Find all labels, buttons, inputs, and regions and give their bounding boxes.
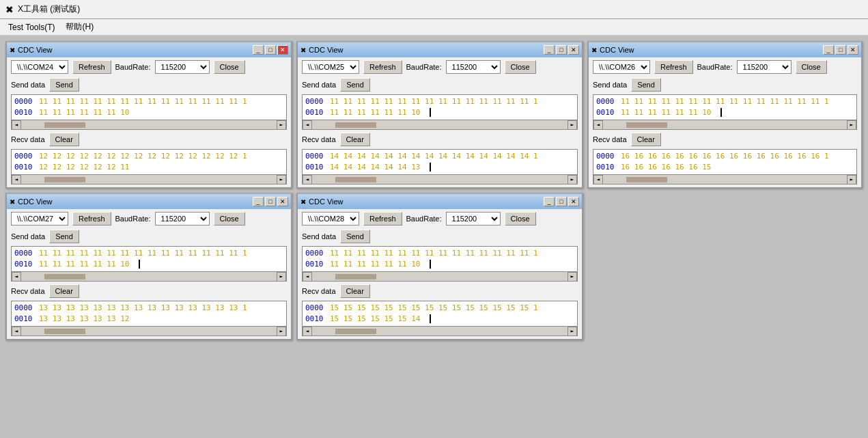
- close-x-btn-1[interactable]: ✕: [277, 45, 288, 55]
- clear-btn-3[interactable]: Clear: [631, 133, 661, 146]
- clear-btn-2[interactable]: Clear: [340, 133, 370, 146]
- scroll-thumb-1[interactable]: [44, 122, 85, 128]
- close-btn-5[interactable]: Close: [505, 212, 536, 225]
- recv-scroll-right-2[interactable]: ►: [568, 175, 577, 184]
- minimize-btn-3[interactable]: _: [823, 45, 834, 55]
- com-select-2[interactable]: \\.\\COM25: [302, 60, 359, 74]
- recv-scroll-thumb-2[interactable]: [335, 177, 376, 182]
- scroll-left-1[interactable]: ◄: [12, 120, 21, 130]
- clear-btn-1[interactable]: Clear: [49, 133, 79, 146]
- send-label-2: Send data: [302, 81, 336, 89]
- com-select-1[interactable]: \\.\\COM24: [11, 60, 68, 74]
- scroll-right-3[interactable]: ►: [847, 120, 856, 130]
- clear-btn-5[interactable]: Clear: [340, 284, 370, 298]
- toolbar-2: \\.\\COM25 Refresh BaudRate: 115200 Clos…: [302, 60, 578, 74]
- recv-scrollbar-2[interactable]: ◄ ►: [303, 174, 577, 184]
- recv-scroll-right-4[interactable]: ►: [277, 327, 286, 336]
- scroll-left-2[interactable]: ◄: [303, 120, 312, 130]
- menu-test-tools[interactable]: Test Tools(T): [3, 21, 60, 33]
- baud-select-3[interactable]: 115200: [737, 60, 792, 74]
- recv-scroll-left-3[interactable]: ◄: [593, 175, 603, 184]
- recv-scroll-track-5: [322, 329, 558, 334]
- scroll-right-2[interactable]: ►: [568, 120, 577, 130]
- scroll-left-3[interactable]: ◄: [593, 120, 603, 130]
- win-controls-2: _ □ ✕: [544, 45, 579, 55]
- close-btn-4[interactable]: Close: [214, 212, 245, 225]
- recv-scroll-thumb-4[interactable]: [44, 329, 85, 334]
- restore-btn-1[interactable]: □: [265, 45, 276, 55]
- com-select-3[interactable]: \\.\\COM26: [593, 60, 650, 74]
- send-btn-2[interactable]: Send: [340, 78, 370, 92]
- recv-row-5: Recv data Clear: [302, 284, 578, 298]
- restore-btn-4[interactable]: □: [265, 197, 276, 206]
- close-btn-3[interactable]: Close: [796, 60, 827, 74]
- recv-scroll-left-4[interactable]: ◄: [12, 327, 21, 336]
- minimize-btn-1[interactable]: _: [253, 45, 264, 55]
- scroll-thumb-4[interactable]: [44, 274, 85, 279]
- scroll-left-5[interactable]: ◄: [303, 272, 312, 282]
- send-btn-5[interactable]: Send: [340, 230, 370, 243]
- recv-scroll-right-5[interactable]: ►: [568, 327, 577, 336]
- minimize-btn-4[interactable]: _: [253, 197, 264, 206]
- refresh-btn-4[interactable]: Refresh: [72, 212, 111, 225]
- send-label-1: Send data: [11, 81, 45, 89]
- recv-scroll-left-5[interactable]: ◄: [303, 327, 312, 336]
- recv-scrollbar-5[interactable]: ◄ ►: [303, 326, 577, 336]
- recv-scroll-thumb-5[interactable]: [335, 329, 376, 334]
- scroll-left-4[interactable]: ◄: [12, 272, 21, 282]
- recv-cursor-5: [425, 314, 431, 323]
- refresh-btn-2[interactable]: Refresh: [363, 60, 402, 74]
- scroll-thumb-2[interactable]: [335, 122, 376, 128]
- com-select-5[interactable]: \\.\\COM28: [302, 212, 359, 225]
- scroll-right-1[interactable]: ►: [277, 120, 286, 130]
- minimize-btn-5[interactable]: _: [544, 197, 555, 206]
- send-label-5: Send data: [302, 232, 336, 241]
- send-scrollbar-2[interactable]: ◄ ►: [303, 120, 577, 129]
- close-x-btn-4[interactable]: ✕: [277, 197, 288, 206]
- refresh-btn-1[interactable]: Refresh: [72, 60, 111, 74]
- baud-select-1[interactable]: 115200: [155, 60, 210, 74]
- restore-btn-5[interactable]: □: [556, 197, 567, 206]
- refresh-btn-5[interactable]: Refresh: [363, 212, 402, 225]
- refresh-btn-3[interactable]: Refresh: [654, 60, 693, 74]
- close-x-btn-5[interactable]: ✕: [568, 197, 579, 206]
- clear-btn-4[interactable]: Clear: [49, 284, 79, 298]
- restore-btn-3[interactable]: □: [835, 45, 846, 55]
- scroll-right-4[interactable]: ►: [277, 272, 286, 282]
- baud-label-1: BaudRate:: [115, 63, 151, 71]
- send-btn-1[interactable]: Send: [49, 78, 79, 92]
- close-btn-1[interactable]: Close: [214, 60, 245, 74]
- recv-scroll-left-1[interactable]: ◄: [12, 175, 21, 184]
- win-controls-3: _ □ ✕: [823, 45, 858, 55]
- baud-select-2[interactable]: 115200: [446, 60, 501, 74]
- recv-scrollbar-4[interactable]: ◄ ►: [12, 326, 286, 336]
- send-scrollbar-4[interactable]: ◄ ►: [12, 271, 286, 281]
- cdc-title-2: CDC View: [309, 46, 344, 54]
- recv-scroll-right-1[interactable]: ►: [277, 175, 286, 184]
- restore-btn-2[interactable]: □: [556, 45, 567, 55]
- send-btn-4[interactable]: Send: [49, 230, 79, 243]
- recv-scroll-right-3[interactable]: ►: [847, 175, 856, 184]
- recv-scroll-thumb-1[interactable]: [44, 177, 85, 182]
- baud-select-4[interactable]: 115200: [155, 212, 210, 225]
- close-btn-2[interactable]: Close: [505, 60, 536, 74]
- recv-scroll-left-2[interactable]: ◄: [303, 175, 312, 184]
- scroll-thumb-5[interactable]: [335, 274, 376, 279]
- baud-select-5[interactable]: 115200: [446, 212, 501, 225]
- win-controls-5: _ □ ✕: [544, 197, 579, 206]
- send-btn-3[interactable]: Send: [631, 78, 661, 92]
- menu-help[interactable]: 帮助(H): [60, 20, 99, 34]
- recv-scroll-thumb-3[interactable]: [626, 177, 667, 182]
- recv-scrollbar-3[interactable]: ◄ ►: [593, 174, 856, 184]
- scroll-right-5[interactable]: ►: [568, 272, 577, 282]
- send-scrollbar-5[interactable]: ◄ ►: [303, 271, 577, 281]
- send-scrollbar-1[interactable]: ◄ ►: [12, 120, 286, 129]
- minimize-btn-2[interactable]: _: [544, 45, 555, 55]
- recv-data-area-4: 0000 13 13 13 13 13 13 13 13 13 13 13 13…: [11, 301, 287, 336]
- close-x-btn-2[interactable]: ✕: [568, 45, 579, 55]
- com-select-4[interactable]: \\.\\COM27: [11, 212, 68, 225]
- recv-scrollbar-1[interactable]: ◄ ►: [12, 174, 286, 184]
- send-scrollbar-3[interactable]: ◄ ►: [593, 120, 856, 129]
- close-x-btn-3[interactable]: ✕: [848, 45, 858, 55]
- scroll-thumb-3[interactable]: [626, 122, 667, 128]
